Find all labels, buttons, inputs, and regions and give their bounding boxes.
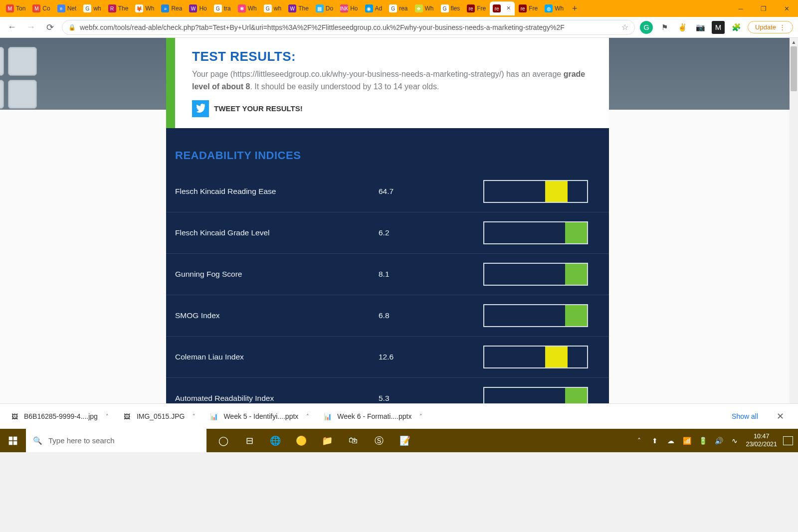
chevron-up-icon[interactable]: ˄ — [106, 413, 109, 420]
extension-icon[interactable]: G — [640, 21, 653, 34]
browser-tab[interactable]: Gwh — [80, 1, 104, 15]
browser-tab[interactable]: ≡Net — [54, 1, 80, 15]
browser-tab[interactable]: Gwh — [261, 1, 284, 15]
metric-bar — [483, 180, 588, 203]
scroll-thumb[interactable] — [791, 46, 797, 91]
indices-list: Flesch Kincaid Reading Ease64.7Flesch Ki… — [166, 171, 609, 403]
close-downloads-bar[interactable]: ✕ — [772, 411, 788, 422]
browser-tab[interactable]: ◍Wh — [542, 1, 567, 15]
browser-toolbar: ← → ⟳ 🔒 webfx.com/tools/read-able/check.… — [0, 17, 798, 38]
download-item[interactable]: 📊Week 5 - Identifyi....pptx˄ — [209, 412, 309, 421]
favicon: ✱ — [238, 4, 246, 12]
metric-row: SMOG Index6.8 — [166, 295, 609, 337]
browser-tab[interactable]: INKHo — [337, 1, 361, 15]
tray-wifi-icon[interactable]: 📶 — [682, 437, 692, 445]
favicon: ▦ — [316, 4, 324, 12]
metric-label: SMOG Index — [175, 311, 379, 320]
word-icon[interactable]: 📝 — [392, 429, 418, 452]
favicon: re — [467, 4, 475, 12]
file-icon: 📊 — [323, 412, 332, 421]
nav-forward[interactable]: → — [24, 20, 38, 34]
browser-tab[interactable]: 🦊Wh — [132, 1, 157, 15]
taskbar-clock[interactable]: 10:47 23/02/2021 — [746, 433, 777, 448]
new-tab-button[interactable]: + — [568, 1, 582, 15]
tray-battery-icon[interactable]: 🔋 — [698, 437, 708, 445]
browser-tab[interactable]: MCo — [29, 1, 53, 15]
browser-tab[interactable]: ❖Wh — [412, 1, 437, 15]
extension-icon[interactable]: 📷 — [694, 21, 707, 34]
tab-label: Ho — [199, 5, 206, 12]
tweet-label: TWEET YOUR RESULTS! — [214, 104, 303, 113]
show-all-downloads[interactable]: Show all — [732, 412, 758, 420]
browser-tab[interactable]: reFre — [516, 1, 541, 15]
tray-input-icon[interactable]: ∿ — [730, 437, 740, 445]
browser-tab[interactable]: WHo — [186, 1, 209, 15]
start-button[interactable] — [0, 429, 26, 452]
action-center-icon[interactable] — [783, 436, 793, 445]
tab-label: fles — [451, 5, 460, 12]
chevron-up-icon[interactable]: ˄ — [419, 413, 422, 420]
extensions-menu-icon[interactable]: 🧩 — [730, 21, 743, 34]
window-maximize[interactable]: ❐ — [752, 0, 775, 17]
main-panel: TEST RESULTS: Your page (https://littles… — [166, 38, 609, 403]
update-button[interactable]: Update ⋮ — [748, 21, 793, 33]
browser-tab[interactable]: re✕ — [490, 1, 515, 15]
edge-icon[interactable]: 🌐 — [262, 429, 288, 452]
chevron-up-icon[interactable]: ˄ — [193, 413, 196, 420]
extension-icon[interactable]: ⚑ — [658, 21, 671, 34]
browser-tab[interactable]: WThe — [285, 1, 312, 15]
cortana-icon[interactable]: ⊟ — [236, 429, 262, 452]
metric-row: Flesch Kincaid Grade Level6.2 — [166, 212, 609, 254]
taskbar-search[interactable]: 🔍 Type here to search — [26, 429, 206, 452]
tray-chevron-icon[interactable]: ˄ — [634, 437, 644, 445]
chrome-icon[interactable]: 🟡 — [288, 429, 314, 452]
chevron-up-icon[interactable]: ˄ — [306, 413, 309, 420]
window-minimize[interactable]: ─ — [729, 0, 752, 17]
tab-label: wh — [93, 5, 101, 12]
metric-bar — [483, 263, 588, 286]
browser-tab[interactable]: Grea — [386, 1, 410, 15]
tab-label: The — [118, 5, 129, 12]
url-text: webfx.com/tools/read-able/check.php?tab=… — [80, 23, 617, 31]
extension-icon[interactable]: M — [712, 21, 725, 34]
browser-tab[interactable]: ▦Do — [313, 1, 336, 15]
tab-close-icon[interactable]: ✕ — [505, 5, 512, 12]
nav-back[interactable]: ← — [5, 20, 19, 34]
favicon: W — [189, 4, 197, 12]
twitter-icon — [192, 100, 209, 117]
browser-tab[interactable]: ◉Ad — [362, 1, 386, 15]
window-close[interactable]: ✕ — [775, 0, 798, 17]
browser-tab[interactable]: »Rea — [158, 1, 185, 15]
browser-tab[interactable]: MTon — [3, 1, 28, 15]
skype-icon[interactable]: Ⓢ — [366, 429, 392, 452]
metric-bar — [483, 387, 588, 403]
tray-update-icon[interactable]: ⬆ — [650, 437, 660, 445]
file-icon: 📊 — [209, 412, 218, 421]
extension-icon[interactable]: ✌ — [676, 21, 689, 34]
browser-tab[interactable]: Gtra — [211, 1, 234, 15]
address-bar[interactable]: 🔒 webfx.com/tools/read-able/check.php?ta… — [62, 20, 635, 35]
tweet-results-button[interactable]: TWEET YOUR RESULTS! — [192, 100, 592, 117]
explorer-icon[interactable]: 📁 — [314, 429, 340, 452]
bookmark-star-icon[interactable]: ☆ — [621, 22, 628, 32]
nav-reload[interactable]: ⟳ — [43, 20, 57, 34]
vertical-scrollbar[interactable]: ▲ — [790, 38, 798, 403]
results-accent-stripe — [166, 38, 175, 128]
svg-rect-1 — [13, 436, 17, 440]
scroll-up-icon[interactable]: ▲ — [790, 38, 798, 46]
browser-tab[interactable]: RThe — [105, 1, 132, 15]
download-item[interactable]: 📊Week 6 - Formati....pptx˄ — [323, 412, 422, 421]
browser-tab[interactable]: ✱Wh — [235, 1, 260, 15]
download-item[interactable]: 🖼IMG_0515.JPG˄ — [123, 412, 196, 421]
tray-onedrive-icon[interactable]: ☁ — [666, 437, 676, 445]
tray-volume-icon[interactable]: 🔊 — [714, 437, 724, 445]
download-item[interactable]: 🖼B6B16285-9999-4....jpg˄ — [10, 412, 109, 421]
store-icon[interactable]: 🛍 — [340, 429, 366, 452]
metric-bar — [483, 304, 588, 327]
browser-tab[interactable]: reFre — [464, 1, 489, 15]
system-tray: ˄ ⬆ ☁ 📶 🔋 🔊 ∿ 10:47 23/02/2021 — [629, 429, 798, 452]
task-view-icon[interactable]: ◯ — [210, 429, 236, 452]
favicon: G — [389, 4, 397, 12]
browser-tab[interactable]: Gfles — [438, 1, 463, 15]
metric-row: Flesch Kincaid Reading Ease64.7 — [166, 171, 609, 212]
